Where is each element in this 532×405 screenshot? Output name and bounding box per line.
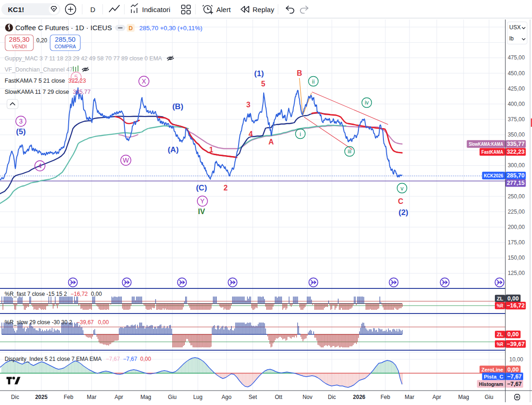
svg-text:Y: Y — [200, 197, 205, 205]
svg-text:D: D — [129, 25, 133, 32]
svg-text:0,00: 0,00 — [98, 319, 109, 326]
svg-text:Giu: Giu — [485, 394, 493, 400]
svg-text:322,23: 322,23 — [68, 78, 86, 84]
svg-text:IV: IV — [198, 208, 205, 216]
svg-text:ii: ii — [312, 78, 315, 85]
svg-text:SlowKAMA:KAMA: SlowKAMA:KAMA — [469, 141, 503, 147]
svg-text:(1): (1) — [254, 69, 264, 78]
svg-text:USX: USX — [509, 24, 521, 31]
svg-text:0,00: 0,00 — [507, 331, 519, 338]
svg-text:335,77: 335,77 — [507, 141, 525, 147]
svg-text:−7,67: −7,67 — [106, 356, 120, 362]
svg-text:277,15: 277,15 — [507, 180, 525, 186]
svg-text:COMPRA: COMPRA — [54, 44, 76, 49]
svg-text:W: W — [123, 157, 129, 164]
svg-text:285,30: 285,30 — [9, 36, 29, 43]
svg-text:Apr: Apr — [115, 394, 123, 400]
svg-text:(2): (2) — [399, 208, 409, 217]
svg-text:375,00: 375,00 — [508, 116, 525, 123]
svg-text:Nov: Nov — [303, 394, 312, 400]
svg-text:Feb: Feb — [381, 394, 390, 400]
svg-text:0,00: 0,00 — [507, 295, 519, 302]
svg-text:C: C — [398, 197, 403, 205]
svg-text:Giu: Giu — [168, 394, 177, 400]
svg-text:Ott: Ott — [275, 394, 283, 400]
svg-text:250,00: 250,00 — [508, 193, 525, 200]
svg-text:200,00: 200,00 — [508, 224, 525, 230]
svg-text:3: 3 — [19, 118, 23, 125]
svg-text:5: 5 — [261, 80, 266, 88]
svg-text:2026: 2026 — [353, 394, 365, 400]
svg-text:(A): (A) — [168, 145, 179, 154]
svg-text:Mar: Mar — [405, 394, 415, 400]
svg-text:%R_fast 7 close -15 15 2: %R_fast 7 close -15 15 2 — [5, 291, 67, 297]
svg-text:10,00: 10,00 — [509, 356, 523, 363]
svg-text:Mar: Mar — [87, 394, 97, 400]
svg-text:(C): (C) — [196, 183, 207, 192]
svg-text:0,00: 0,00 — [140, 356, 151, 362]
svg-text:iii: iii — [348, 148, 351, 155]
svg-text:4: 4 — [38, 162, 42, 170]
svg-text:Apr: Apr — [433, 394, 441, 400]
svg-text:(B): (B) — [172, 102, 183, 111]
svg-text:285,50: 285,50 — [55, 36, 75, 43]
svg-text:Feb: Feb — [64, 394, 73, 400]
svg-text:B: B — [297, 69, 302, 77]
svg-text:Mag: Mag — [140, 394, 151, 400]
svg-text:−39,67: −39,67 — [77, 319, 94, 326]
svg-text:VENDI: VENDI — [12, 44, 26, 49]
svg-text:322,23: 322,23 — [507, 149, 525, 155]
svg-text:ZeroLine: ZeroLine — [481, 367, 503, 372]
svg-text:Histogram: Histogram — [479, 381, 503, 387]
svg-text:150,00: 150,00 — [508, 255, 525, 261]
svg-text:A: A — [268, 138, 274, 146]
svg-text:X: X — [142, 78, 146, 85]
svg-text:Dic: Dic — [328, 394, 336, 400]
svg-text:Coffee C Futures · 1D · ICEUS: Coffee C Futures · 1D · ICEUS — [15, 24, 112, 32]
svg-text:Replay: Replay — [253, 6, 274, 13]
svg-text:350,00: 350,00 — [508, 131, 525, 138]
svg-text:4: 4 — [249, 130, 253, 138]
svg-text:Guppy_MAC 3 7 11 18 23 29 42 4: Guppy_MAC 3 7 11 18 23 29 42 49 58 70 77… — [5, 55, 162, 62]
svg-text:KCK2026: KCK2026 — [484, 173, 503, 178]
svg-text:285,70 +0,30 (+0,11%): 285,70 +0,30 (+0,11%) — [139, 25, 202, 32]
svg-text:ZL: ZL — [497, 332, 503, 337]
svg-text:335,77: 335,77 — [73, 89, 91, 95]
svg-text:125,00: 125,00 — [508, 270, 525, 276]
svg-text:−39,67: −39,67 — [507, 341, 525, 347]
svg-text:FastKAMA 7 5 21 close: FastKAMA 7 5 21 close — [5, 78, 65, 84]
svg-text:%R: %R — [497, 303, 503, 308]
svg-text:ZL: ZL — [497, 296, 503, 301]
svg-text:−7,67: −7,67 — [123, 356, 137, 362]
svg-text:KC1!: KC1! — [8, 6, 24, 13]
svg-text:2: 2 — [224, 184, 228, 192]
svg-text:300,00: 300,00 — [508, 162, 525, 169]
svg-text:iv: iv — [365, 99, 369, 106]
svg-text:−16,72: −16,72 — [507, 302, 525, 309]
svg-text:lb: lb — [509, 35, 514, 42]
svg-text:450,00: 450,00 — [508, 70, 525, 77]
svg-text:2025: 2025 — [35, 394, 48, 400]
svg-text:175,00: 175,00 — [508, 239, 525, 246]
svg-text:475,00: 475,00 — [508, 54, 525, 61]
svg-text:Set: Set — [248, 394, 257, 400]
svg-text:(5): (5) — [16, 127, 26, 136]
svg-text:Disparity_Index 5 21 close 7 E: Disparity_Index 5 21 close 7 EMA EMA — [5, 356, 102, 362]
svg-text:225,00: 225,00 — [508, 209, 525, 215]
svg-text:0,00: 0,00 — [507, 366, 519, 373]
svg-text:Ago: Ago — [221, 394, 232, 400]
svg-text:FastKAMA: FastKAMA — [481, 149, 503, 155]
svg-text:Alert: Alert — [216, 6, 231, 13]
svg-text:−16,72: −16,72 — [71, 291, 88, 297]
svg-text:Pista_C: Pista_C — [484, 374, 503, 379]
svg-text:3: 3 — [247, 101, 251, 109]
svg-text:400,00: 400,00 — [508, 101, 525, 107]
svg-text:0,20: 0,20 — [36, 37, 47, 44]
svg-text:%R_slow 29 close -30 30 2: %R_slow 29 close -30 30 2 — [5, 319, 72, 326]
svg-text:425,00: 425,00 — [508, 85, 525, 92]
svg-text:v: v — [401, 185, 404, 192]
svg-text:0,00: 0,00 — [91, 291, 102, 297]
svg-text:i: i — [300, 131, 301, 137]
svg-text:285,70: 285,70 — [507, 172, 525, 179]
svg-text:Dic: Dic — [11, 394, 19, 400]
